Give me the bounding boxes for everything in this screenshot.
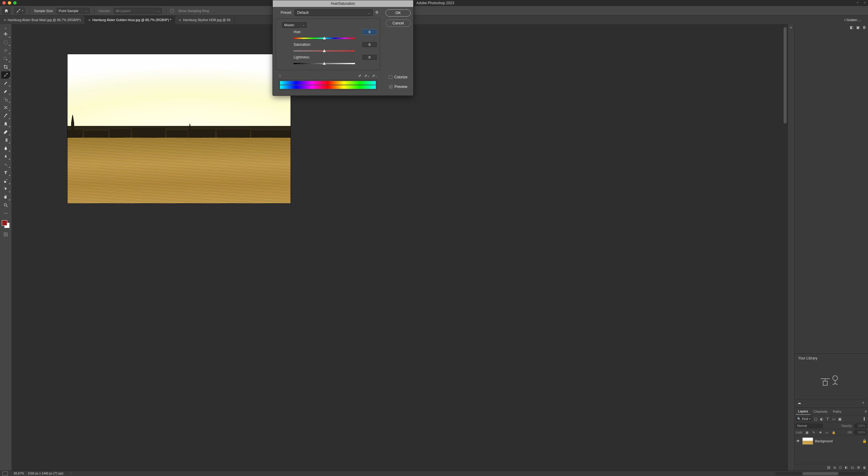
layer-filter-kind[interactable]: 🔍Kind▾ [796, 417, 812, 421]
sample-size-select[interactable]: Point Sample ⌄ [57, 8, 90, 14]
layer-visibility-icon[interactable]: 👁 [796, 439, 801, 443]
document-canvas[interactable] [67, 54, 290, 203]
eyedropper-plus-icon[interactable]: ✐₊ [364, 74, 369, 78]
toolbox-expander[interactable]: » [5, 27, 7, 30]
status-menu-chevron[interactable]: 〉 [70, 472, 73, 476]
object-select-tool[interactable] [1, 55, 10, 62]
quick-mask-button[interactable] [1, 231, 10, 238]
channel-select[interactable]: Master ⌄ [282, 22, 307, 28]
gear-icon[interactable]: ⚙︎ [375, 10, 380, 15]
document-tab[interactable]: × Hamburg Alster Golden Hour.jpg @ 66,7%… [85, 16, 175, 24]
delete-layer-icon[interactable]: 🗑 [863, 466, 866, 469]
lock-transparency-icon[interactable]: ▦ [805, 430, 809, 435]
current-tool-indicator[interactable]: ▾ [14, 7, 25, 14]
rect-marquee-tool[interactable] [1, 39, 10, 46]
tab-layers[interactable]: Layers [796, 408, 810, 415]
brush-tool[interactable] [1, 112, 10, 119]
opacity-input[interactable]: 100% [854, 423, 867, 428]
filter-shape-icon[interactable]: ▭ [831, 417, 836, 421]
close-window-button[interactable] [2, 1, 6, 4]
add-to-library-button[interactable]: ＋ [861, 400, 865, 405]
layer-thumbnail[interactable] [802, 438, 813, 445]
lock-position-icon[interactable]: ✥ [818, 430, 823, 435]
layer-mask-icon[interactable]: ◻ [839, 466, 842, 469]
crop-tool[interactable] [1, 63, 10, 70]
pen-tool-alt[interactable] [1, 161, 10, 168]
hand-tool[interactable] [1, 193, 10, 201]
layer-style-icon[interactable]: fx [833, 466, 836, 469]
dialog-title[interactable]: Hue/Saturation [273, 0, 413, 7]
preset-select[interactable]: Default ⌄ [294, 9, 373, 16]
pen-tool[interactable] [1, 177, 10, 184]
panel-menu-icon[interactable]: ≡ [865, 409, 867, 414]
gradient-tool[interactable] [1, 136, 10, 144]
blend-mode-select[interactable]: Normal [796, 423, 823, 428]
close-tab-icon[interactable]: × [179, 18, 181, 22]
minimize-window-button[interactable] [8, 1, 11, 4]
adjustments-icon[interactable]: ◧ [850, 25, 853, 30]
expand-panel-icon[interactable]: « [790, 25, 792, 30]
saturation-input[interactable]: 0 [362, 42, 377, 47]
saturation-slider[interactable] [293, 49, 355, 53]
horizontal-scrollbar-track[interactable] [775, 472, 866, 475]
tab-channels[interactable]: Channels [811, 409, 830, 415]
blur-tool[interactable] [1, 145, 10, 152]
hue-slider[interactable] [293, 36, 355, 40]
doc-preview-icon[interactable] [2, 472, 8, 476]
zoom-level[interactable]: 66,67% [14, 472, 24, 475]
canvas-scrollbar[interactable] [784, 27, 786, 124]
filter-toggle-icon[interactable]: ⏽ [862, 417, 867, 421]
move-tool[interactable] [1, 31, 10, 38]
filter-smart-icon[interactable]: ▣ [837, 417, 842, 421]
hue-input[interactable]: 0 [362, 30, 377, 34]
path-select-tool[interactable] [1, 185, 10, 192]
type-tool[interactable] [1, 169, 10, 176]
document-tab[interactable]: × Hamburg Skyline HDR.jpg @ 66 [175, 16, 235, 24]
eyedropper-icon[interactable]: ✐ [358, 74, 361, 78]
spectrum-input-bar[interactable] [280, 81, 376, 85]
document-tab[interactable]: × Hamburg Alster Boat Main.jpg @ 66,7% (… [0, 16, 85, 24]
lightness-slider[interactable] [293, 61, 355, 66]
lock-pixels-icon[interactable]: ✎ [811, 430, 816, 435]
close-tab-icon[interactable]: × [4, 18, 6, 22]
eyedropper-minus-icon[interactable]: ✐₋ [372, 74, 377, 78]
clone-stamp-tool[interactable] [1, 96, 10, 103]
dodge-tool[interactable] [1, 153, 10, 160]
lock-artboard-icon[interactable]: ▭ [825, 430, 830, 435]
cancel-button[interactable]: Cancel [385, 20, 411, 27]
adjustment-layer-icon[interactable]: ◐ [845, 466, 848, 469]
eraser-tool[interactable] [1, 128, 10, 135]
layer-name[interactable]: Background [815, 439, 861, 443]
foreground-color[interactable] [2, 220, 7, 226]
tab-paths[interactable]: Paths [831, 409, 844, 415]
eyedropper-tool[interactable] [1, 71, 10, 78]
cloud-icon[interactable]: ☁ [798, 401, 801, 405]
filter-adjustment-icon[interactable]: ◐ [819, 417, 824, 421]
library-name[interactable]: Your Library [796, 355, 866, 361]
spot-heal-tool[interactable] [1, 80, 10, 87]
horizontal-scrollbar-thumb[interactable] [802, 472, 838, 475]
filter-pixel-icon[interactable]: ▢ [813, 417, 818, 421]
close-tab-icon[interactable]: × [88, 18, 91, 22]
snapshot-icon[interactable]: ▣ [856, 25, 860, 30]
color-swatches[interactable] [2, 220, 10, 228]
preview-checkbox[interactable] [389, 85, 393, 89]
layer-row[interactable]: 👁 Background 🔒 [795, 436, 868, 446]
edit-toolbar-button[interactable]: ⋯ [1, 210, 10, 217]
filter-type-icon[interactable]: T [825, 417, 830, 421]
targeted-adjustment-icon[interactable]: ☟ [279, 74, 281, 78]
lasso-tool[interactable] [1, 47, 10, 54]
stamp-tool[interactable] [1, 120, 10, 127]
home-button[interactable] [2, 7, 11, 14]
trash-icon[interactable]: 🗑 [863, 25, 866, 30]
spectrum-output-bar[interactable] [280, 85, 376, 89]
link-layers-icon[interactable]: ⛓ [827, 466, 830, 469]
shuffle-tool[interactable] [1, 104, 10, 111]
maximize-window-button[interactable] [13, 1, 17, 4]
zoom-tool[interactable] [1, 201, 10, 209]
doc-info[interactable]: 2160 px x 1440 px (72 ppi) [28, 472, 63, 475]
group-layers-icon[interactable]: 🗀 [851, 466, 854, 469]
lock-all-icon[interactable]: 🔒 [831, 430, 836, 435]
lightness-input[interactable]: 0 [362, 55, 377, 60]
ok-button[interactable]: OK [385, 9, 411, 17]
